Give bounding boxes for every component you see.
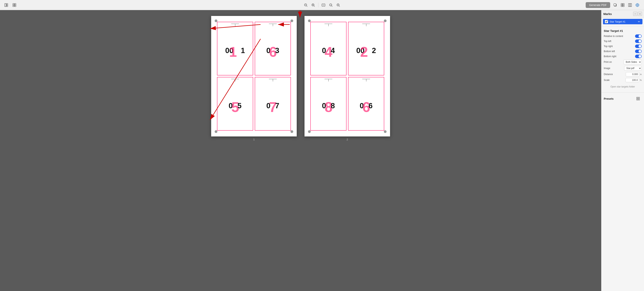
page-2-label: 2: [346, 138, 348, 141]
svg-rect-29: [630, 4, 632, 6]
columns-panel-button[interactable]: [626, 2, 634, 8]
zoom-fit-button[interactable]: [335, 2, 342, 8]
prop-bottom-left: Bottom left: [604, 50, 642, 53]
copy-panel-button[interactable]: [612, 2, 619, 8]
star-target-properties: Star Target #1 Relative to content Top l…: [602, 27, 644, 92]
svg-line-17: [332, 6, 332, 6]
svg-rect-39: [636, 99, 638, 100]
corner-tr-2: [384, 20, 386, 22]
svg-rect-24: [621, 4, 622, 5]
svg-rect-5: [13, 5, 14, 6]
toolbar-left: [3, 2, 18, 8]
svg-rect-0: [5, 4, 6, 6]
reg-mark: [269, 24, 277, 26]
open-folder-button[interactable]: Open star targets folder: [604, 85, 642, 88]
mark-checkbox[interactable]: [605, 20, 608, 23]
prop-scale-label: Scale: [604, 79, 610, 82]
svg-line-13: [314, 6, 315, 6]
prop-image: Image Star.pdf: [604, 66, 642, 70]
star-target-title: Star Target #1: [604, 29, 642, 32]
corner-bl-1: [215, 130, 218, 133]
svg-rect-40: [638, 99, 640, 100]
grid-icon[interactable]: [11, 2, 18, 8]
generate-pdf-button[interactable]: Generate PDF: [586, 2, 610, 8]
distance-unit: in: [640, 73, 642, 76]
marks-title: Marks: [603, 12, 632, 16]
prop-bottom-left-label: Bottom left: [604, 50, 615, 53]
corner-tl-1: [215, 20, 218, 22]
card-006-black2: 6: [368, 102, 372, 110]
target-panel-button[interactable]: [634, 2, 641, 8]
card-006: 0 6 6: [348, 77, 384, 131]
svg-rect-6: [14, 5, 16, 6]
page-1-container: 00 1 1 0 6 3: [211, 16, 297, 141]
main-layout: 00 1 1 0 6 3: [0, 10, 644, 291]
mark-star-target-1[interactable]: Star Target #1 ✏: [603, 19, 642, 24]
card-001: 00 1 1: [217, 22, 253, 76]
page-1-label: 1: [253, 138, 254, 141]
zoom-in-button[interactable]: [310, 2, 316, 8]
toggle-relative[interactable]: [635, 34, 642, 38]
page-1: 00 1 1 0 6 3: [211, 16, 297, 136]
reg-mark: [324, 24, 332, 26]
card-002-pink: 2: [360, 45, 368, 59]
reg-mark: [231, 79, 239, 82]
svg-line-20: [339, 6, 340, 6]
corner-br-1: [290, 130, 293, 133]
card-003-black2: 3: [275, 47, 279, 54]
distance-value-row: in: [626, 72, 642, 76]
svg-rect-3: [13, 4, 14, 5]
layout-icon[interactable]: [3, 2, 9, 8]
presets-label: Presets: [604, 97, 614, 100]
svg-rect-25: [623, 4, 624, 5]
mark-item-label: Star Target #1: [610, 20, 636, 23]
svg-rect-2: [6, 5, 8, 6]
card-004-black2: 4: [331, 47, 335, 54]
card-001-pink: 1: [229, 45, 237, 59]
svg-point-32: [637, 5, 638, 5]
fit-width-button[interactable]: [320, 2, 327, 8]
distance-input[interactable]: [626, 72, 639, 76]
mark-edit-button[interactable]: ✏: [638, 20, 640, 23]
toggle-top-right[interactable]: [635, 44, 642, 48]
svg-rect-38: [638, 97, 640, 98]
corner-bl-2: [308, 130, 311, 133]
svg-rect-37: [636, 97, 638, 98]
reg-mark: [231, 24, 239, 26]
card-grid-2: 0 4 4 00 2 2: [310, 22, 384, 131]
scale-input[interactable]: [626, 78, 639, 82]
prop-scale: Scale %: [604, 78, 642, 82]
grid-panel-button[interactable]: [619, 2, 626, 8]
add-mark-button[interactable]: +: [638, 12, 642, 16]
prop-distance: Distance in: [604, 72, 642, 76]
corner-br-2: [384, 130, 386, 133]
image-select[interactable]: Star.pdf: [624, 66, 642, 70]
toggle-bottom-right[interactable]: [635, 54, 642, 58]
card-005: 0 5 5: [217, 77, 253, 131]
scale-unit: %: [640, 79, 642, 81]
marks-controls: − +: [633, 12, 642, 16]
reg-mark: [362, 24, 370, 26]
svg-rect-27: [623, 5, 624, 6]
presets-grid-button[interactable]: [635, 95, 642, 102]
toolbar: 1:1 Generate PDF: [0, 0, 644, 10]
toggle-top-left[interactable]: [635, 40, 642, 43]
remove-mark-button[interactable]: −: [633, 12, 638, 16]
prop-top-right-label: Top right: [604, 45, 613, 48]
canvas-area[interactable]: 00 1 1 0 6 3: [0, 10, 601, 291]
card-003: 0 6 3: [255, 22, 291, 76]
svg-point-21: [338, 4, 338, 5]
panel-icons: [612, 2, 641, 8]
corner-tr-1: [290, 20, 293, 22]
panel-divider-1: [602, 26, 644, 26]
zoom-out-button[interactable]: [303, 2, 309, 8]
zoom-actual-button[interactable]: 1:1: [328, 2, 334, 8]
svg-rect-28: [628, 4, 630, 6]
card-008: 0 8 8: [310, 77, 346, 131]
prop-print-on-label: Print on: [604, 61, 612, 63]
page-2-container: 0 4 4 00 2 2: [304, 16, 390, 141]
card-002: 00 2 2: [348, 22, 384, 76]
print-on-select[interactable]: Both Sides Front Only Back Only: [624, 60, 642, 64]
toggle-bottom-left[interactable]: [635, 50, 642, 53]
card-005-black2: 5: [238, 102, 242, 110]
